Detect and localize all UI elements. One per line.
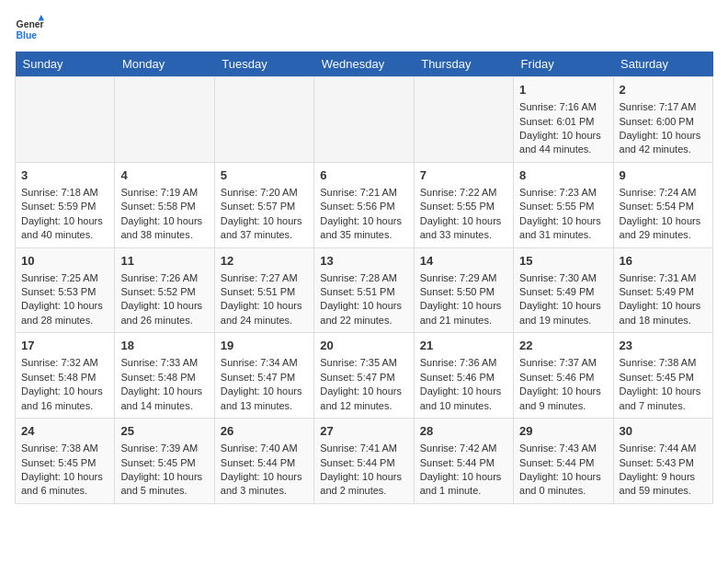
col-header-sunday: Sunday — [16, 52, 115, 77]
calendar-cell — [314, 77, 414, 163]
day-info: Sunset: 5:45 PM — [120, 456, 208, 470]
day-number: 21 — [420, 338, 507, 354]
col-header-wednesday: Wednesday — [314, 52, 414, 77]
day-number: 26 — [221, 423, 308, 440]
day-info: Sunrise: 7:37 AM — [519, 356, 607, 370]
day-info: Sunrise: 7:39 AM — [120, 442, 208, 455]
day-info: Sunrise: 7:20 AM — [221, 186, 308, 200]
calendar-cell: 3Sunrise: 7:18 AMSunset: 5:59 PMDaylight… — [16, 162, 115, 247]
day-number: 11 — [120, 253, 208, 270]
day-info: Sunset: 5:43 PM — [620, 456, 707, 470]
calendar-cell: 8Sunrise: 7:23 AMSunset: 5:55 PMDaylight… — [514, 162, 613, 247]
day-number: 13 — [320, 253, 407, 270]
day-info: Sunrise: 7:27 AM — [221, 271, 308, 285]
day-info: Sunset: 5:53 PM — [21, 285, 108, 299]
day-info: Sunset: 5:44 PM — [221, 456, 308, 470]
day-number: 6 — [320, 167, 407, 184]
day-info: Daylight: 10 hours and 13 minutes. — [221, 385, 308, 413]
day-info: Sunset: 5:55 PM — [420, 200, 507, 213]
day-info: Sunrise: 7:42 AM — [420, 442, 507, 455]
day-info: Sunset: 5:54 PM — [620, 200, 707, 213]
day-info: Daylight: 10 hours and 31 minutes. — [519, 214, 607, 243]
day-info: Sunrise: 7:22 AM — [420, 186, 507, 200]
calendar-cell: 2Sunrise: 7:17 AMSunset: 6:00 PMDaylight… — [613, 77, 712, 163]
day-info: Daylight: 10 hours and 37 minutes. — [221, 214, 308, 243]
day-number: 9 — [620, 167, 707, 184]
day-number: 4 — [120, 167, 208, 184]
calendar-week-1: 1Sunrise: 7:16 AMSunset: 6:01 PMDaylight… — [16, 77, 713, 163]
day-info: Daylight: 10 hours and 40 minutes. — [21, 214, 108, 243]
calendar-cell: 11Sunrise: 7:26 AMSunset: 5:52 PMDayligh… — [115, 247, 214, 333]
day-number: 8 — [519, 167, 607, 184]
calendar-cell: 13Sunrise: 7:28 AMSunset: 5:51 PMDayligh… — [314, 247, 414, 333]
day-number: 10 — [21, 253, 108, 270]
day-info: Daylight: 10 hours and 35 minutes. — [320, 214, 407, 243]
day-info: Sunset: 6:01 PM — [519, 115, 607, 129]
col-header-saturday: Saturday — [613, 52, 712, 77]
svg-marker-2 — [39, 15, 44, 20]
day-info: Sunset: 5:59 PM — [21, 200, 108, 213]
col-header-monday: Monday — [115, 52, 214, 77]
day-info: Sunrise: 7:30 AM — [519, 271, 607, 285]
day-info: Sunset: 5:46 PM — [519, 371, 607, 385]
day-number: 20 — [320, 338, 407, 354]
day-number: 28 — [420, 423, 507, 440]
day-info: Daylight: 10 hours and 0 minutes. — [519, 470, 607, 499]
day-info: Daylight: 10 hours and 29 minutes. — [620, 214, 707, 243]
day-info: Daylight: 10 hours and 26 minutes. — [120, 299, 208, 327]
day-info: Sunrise: 7:41 AM — [320, 442, 407, 455]
calendar-cell: 22Sunrise: 7:37 AMSunset: 5:46 PMDayligh… — [514, 333, 613, 419]
day-info: Sunset: 5:45 PM — [620, 371, 707, 385]
calendar-cell: 18Sunrise: 7:33 AMSunset: 5:48 PMDayligh… — [115, 333, 214, 419]
day-info: Sunrise: 7:16 AM — [519, 100, 607, 114]
calendar-cell: 1Sunrise: 7:16 AMSunset: 6:01 PMDaylight… — [514, 77, 613, 163]
day-info: Sunset: 5:57 PM — [221, 200, 308, 213]
day-number: 23 — [620, 338, 707, 354]
day-info: Sunset: 6:00 PM — [620, 115, 707, 129]
day-info: Sunset: 5:47 PM — [221, 371, 308, 385]
calendar-cell: 9Sunrise: 7:24 AMSunset: 5:54 PMDaylight… — [613, 162, 712, 247]
day-info: Sunset: 5:44 PM — [320, 456, 407, 470]
day-info: Sunrise: 7:31 AM — [620, 271, 707, 285]
day-info: Daylight: 10 hours and 16 minutes. — [21, 385, 108, 413]
logo: General Blue — [15, 15, 44, 44]
day-info: Sunrise: 7:44 AM — [620, 442, 707, 455]
day-info: Daylight: 10 hours and 9 minutes. — [519, 385, 607, 413]
day-info: Sunset: 5:50 PM — [420, 285, 507, 299]
day-info: Daylight: 10 hours and 3 minutes. — [221, 470, 308, 499]
day-info: Daylight: 10 hours and 24 minutes. — [221, 299, 308, 327]
calendar-cell: 14Sunrise: 7:29 AMSunset: 5:50 PMDayligh… — [414, 247, 513, 333]
calendar-cell: 15Sunrise: 7:30 AMSunset: 5:49 PMDayligh… — [514, 247, 613, 333]
calendar-cell: 27Sunrise: 7:41 AMSunset: 5:44 PMDayligh… — [314, 419, 414, 504]
day-info: Sunset: 5:46 PM — [420, 371, 507, 385]
day-info: Sunset: 5:52 PM — [120, 285, 208, 299]
day-number: 14 — [420, 253, 507, 270]
day-info: Sunrise: 7:26 AM — [120, 271, 208, 285]
day-info: Daylight: 10 hours and 2 minutes. — [320, 470, 407, 499]
day-number: 12 — [221, 253, 308, 270]
day-info: Sunrise: 7:29 AM — [420, 271, 507, 285]
day-number: 22 — [519, 338, 607, 354]
day-info: Sunrise: 7:33 AM — [120, 356, 208, 370]
day-info: Sunrise: 7:32 AM — [21, 356, 108, 370]
day-info: Sunset: 5:51 PM — [320, 285, 407, 299]
day-info: Sunrise: 7:43 AM — [519, 442, 607, 455]
logo-icon: General Blue — [15, 15, 44, 44]
day-info: Daylight: 10 hours and 5 minutes. — [120, 470, 208, 499]
calendar-cell — [115, 77, 214, 163]
calendar-table: SundayMondayTuesdayWednesdayThursdayFrid… — [15, 52, 713, 504]
svg-text:Blue: Blue — [17, 30, 38, 40]
day-info: Sunset: 5:56 PM — [320, 200, 407, 213]
day-info: Sunrise: 7:17 AM — [620, 100, 707, 114]
day-info: Daylight: 10 hours and 12 minutes. — [320, 385, 407, 413]
day-info: Daylight: 10 hours and 6 minutes. — [21, 470, 108, 499]
day-number: 30 — [620, 423, 707, 440]
day-info: Sunrise: 7:35 AM — [320, 356, 407, 370]
calendar-cell — [16, 77, 115, 163]
day-info: Sunset: 5:58 PM — [120, 200, 208, 213]
day-info: Sunset: 5:48 PM — [21, 371, 108, 385]
day-info: Daylight: 10 hours and 22 minutes. — [320, 299, 407, 327]
day-info: Sunrise: 7:38 AM — [620, 356, 707, 370]
day-number: 3 — [21, 167, 108, 184]
day-info: Daylight: 10 hours and 14 minutes. — [120, 385, 208, 413]
